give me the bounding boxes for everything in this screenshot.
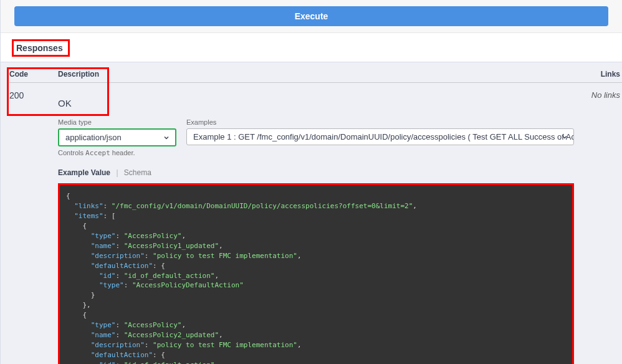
example-response-body: { "links": "/fmc_config/v1/domain/Domain… (58, 183, 574, 364)
media-type-value: application/json (65, 133, 122, 142)
column-header-description: Description (58, 70, 574, 83)
tab-schema[interactable]: Schema (124, 168, 151, 177)
examples-label: Examples (186, 118, 574, 126)
responses-heading: Responses (12, 39, 70, 57)
column-header-code: Code (9, 70, 58, 83)
response-code: 200 (9, 83, 58, 364)
chevron-down-icon (163, 134, 170, 141)
links-none: No links (591, 90, 620, 100)
response-description: OK (58, 98, 574, 108)
media-type-helper: Controls Accept header. (58, 149, 176, 157)
tab-example-value[interactable]: Example Value (58, 168, 110, 177)
execute-button[interactable]: Execute (14, 6, 608, 26)
examples-value: Example 1 : GET /fmc_config/v1/domain/Do… (193, 132, 574, 141)
media-type-label: Media type (58, 118, 176, 126)
examples-select[interactable]: Example 1 : GET /fmc_config/v1/domain/Do… (186, 128, 574, 145)
media-type-select[interactable]: application/json (58, 128, 176, 146)
column-header-links: Links (574, 70, 622, 83)
